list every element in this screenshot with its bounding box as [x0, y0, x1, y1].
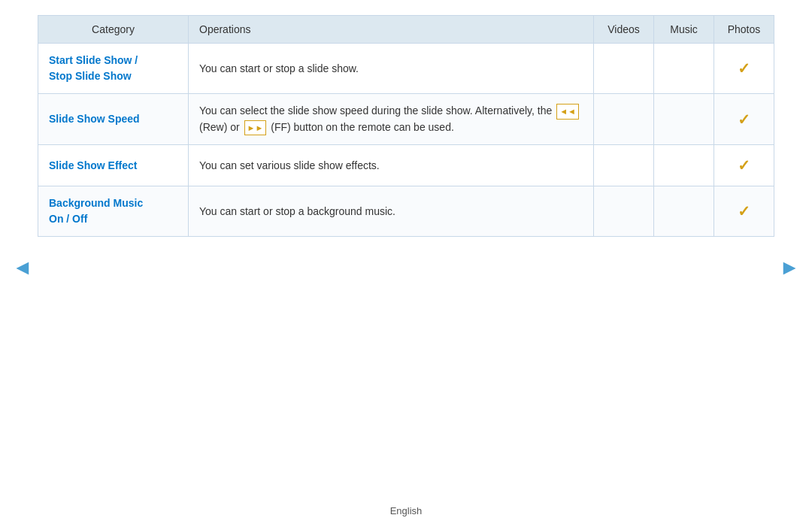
header-videos: Videos [594, 16, 654, 44]
operations-cell: You can set various slide show effects. [189, 145, 594, 186]
category-cell: Start Slide Show /Stop Slide Show [38, 44, 189, 94]
music-cell [654, 94, 714, 145]
table-wrapper: Category Operations Videos Music Photos … [38, 15, 774, 237]
category-label: Slide Show Effect [49, 159, 137, 171]
header-photos: Photos [714, 16, 774, 44]
header-music: Music [654, 16, 714, 44]
header-category: Category [38, 16, 189, 44]
footer-language: English [390, 505, 423, 516]
operations-text: You can start or stop a slide show. [199, 62, 359, 74]
videos-cell [594, 186, 654, 237]
operations-cell: You can start or stop a slide show. [189, 44, 594, 94]
ff-button: ►► [244, 120, 267, 136]
music-cell [654, 44, 714, 94]
music-cell [654, 186, 714, 237]
category-cell: Background MusicOn / Off [38, 186, 189, 237]
left-arrow-icon: ◄ [12, 256, 33, 279]
photos-cell: ✓ [714, 145, 774, 186]
checkmark-icon: ✓ [738, 157, 750, 174]
operations-text: You can start or stop a background music… [199, 205, 395, 217]
videos-cell [594, 94, 654, 145]
header-operations: Operations [189, 16, 594, 44]
operations-cell: You can select the slide show speed duri… [189, 94, 594, 145]
category-label: Slide Show Speed [49, 113, 140, 125]
table-row: Slide Show Effect You can set various sl… [38, 145, 774, 186]
category-cell: Slide Show Effect [38, 145, 189, 186]
page-container: Category Operations Videos Music Photos … [0, 0, 812, 530]
table-row: Start Slide Show /Stop Slide Show You ca… [38, 44, 774, 94]
rew-button: ◄◄ [556, 104, 579, 120]
nav-right-arrow[interactable]: ► [779, 256, 800, 280]
right-arrow-icon: ► [779, 256, 800, 279]
videos-cell [594, 145, 654, 186]
photos-cell: ✓ [714, 44, 774, 94]
music-cell [654, 145, 714, 186]
checkmark-icon: ✓ [738, 111, 750, 128]
table-row: Slide Show Speed You can select the slid… [38, 94, 774, 145]
checkmark-icon: ✓ [738, 203, 750, 220]
operations-text: You can select the slide show speed duri… [199, 104, 580, 133]
category-label: Background MusicOn / Off [49, 197, 143, 225]
main-table: Category Operations Videos Music Photos … [38, 15, 774, 237]
videos-cell [594, 44, 654, 94]
photos-cell: ✓ [714, 94, 774, 145]
photos-cell: ✓ [714, 186, 774, 237]
checkmark-icon: ✓ [738, 60, 750, 77]
table-row: Background MusicOn / Off You can start o… [38, 186, 774, 237]
operations-cell: You can start or stop a background music… [189, 186, 594, 237]
category-cell: Slide Show Speed [38, 94, 189, 145]
table-header-row: Category Operations Videos Music Photos [38, 16, 774, 44]
category-label: Start Slide Show /Stop Slide Show [49, 54, 138, 82]
nav-left-arrow[interactable]: ◄ [12, 256, 33, 280]
operations-text: You can set various slide show effects. [199, 159, 380, 171]
